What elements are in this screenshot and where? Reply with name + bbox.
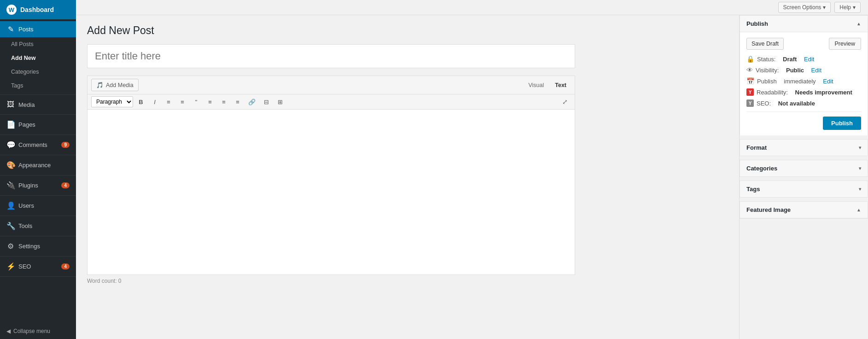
readability-row: Y Readability: Needs improvement xyxy=(746,88,861,96)
editor-toolbar: 🎵 Add Media Visual Text Paragraph xyxy=(87,76,575,109)
seo-yoast-icon: Y xyxy=(746,99,754,107)
sidebar-item-plugins[interactable]: 🔌 Plugins 4 xyxy=(0,177,76,193)
visibility-icon: 👁 xyxy=(746,66,753,74)
insert-table-button[interactable]: ⊟ xyxy=(260,97,272,107)
unordered-list-button[interactable]: ≡ xyxy=(163,97,175,107)
preview-button[interactable]: Preview xyxy=(829,38,861,50)
sidebar-item-pages[interactable]: 📄 Pages xyxy=(0,117,76,133)
publish-when-value: immediately xyxy=(784,78,816,85)
sidebar-item-media[interactable]: 🖼 Media xyxy=(0,97,76,112)
sidebar-item-all-posts[interactable]: All Posts xyxy=(0,37,76,51)
sidebar-pages-section: 📄 Pages xyxy=(0,115,76,135)
status-row: 🔒 Status: Draft Edit xyxy=(746,55,861,63)
sidebar-item-categories[interactable]: Categories xyxy=(0,65,76,79)
featured-image-metabox-header[interactable]: Featured Image ▲ xyxy=(740,202,868,218)
media-icon: 🖼 xyxy=(6,100,15,109)
plugins-badge: 4 xyxy=(61,182,70,188)
help-label: Help xyxy=(839,4,851,11)
content-area: Add New Post 🎵 Add Media Visual Text xyxy=(76,15,868,339)
publish-time-edit-link[interactable]: Edit xyxy=(823,78,833,85)
page-title: Add New Post xyxy=(87,24,728,37)
categories-label: Categories xyxy=(11,69,39,75)
tags-label: Tags xyxy=(11,82,23,89)
sidebar-item-add-new[interactable]: Add New xyxy=(0,51,76,65)
tags-metabox-header[interactable]: Tags ▾ xyxy=(740,181,868,198)
tags-metabox-title: Tags xyxy=(746,186,760,193)
sidebar-item-settings[interactable]: ⚙ Settings xyxy=(0,238,76,254)
visual-tab[interactable]: Visual xyxy=(524,80,548,90)
align-left-button[interactable]: ≡ xyxy=(204,97,216,107)
meta-spacer-2 xyxy=(740,156,868,160)
sidebar-settings-section: ⚙ Settings xyxy=(0,236,76,257)
paragraph-select[interactable]: Paragraph xyxy=(91,96,133,107)
text-tab[interactable]: Text xyxy=(550,80,571,90)
collapse-label: Collapse menu xyxy=(13,328,50,334)
bold-button[interactable]: B xyxy=(135,97,147,107)
publish-metabox-body: Save Draft Preview 🔒 Status: Draft Edit xyxy=(740,32,868,135)
sidebar-item-posts[interactable]: ✎ Posts xyxy=(0,21,76,37)
sidebar-item-tools[interactable]: 🔧 Tools xyxy=(0,218,76,234)
publish-button[interactable]: Publish xyxy=(823,117,861,130)
publish-metabox: Publish ▲ Save Draft Preview 🔒 St xyxy=(740,15,868,135)
sidebar-plugins-section: 🔌 Plugins 4 xyxy=(0,175,76,196)
visibility-value: Public xyxy=(786,67,804,74)
publish-time-label: Publish xyxy=(757,78,777,85)
sidebar-media-section: 🖼 Media xyxy=(0,95,76,115)
status-label: Status: xyxy=(757,56,775,63)
publish-time-row: 📅 Publish immediately Edit xyxy=(746,77,861,85)
seo-value: Not available xyxy=(778,100,815,107)
sidebar-item-appearance[interactable]: 🎨 Appearance xyxy=(0,157,76,173)
collapse-icon: ◀ xyxy=(6,328,11,334)
italic-button[interactable]: I xyxy=(149,97,161,107)
save-draft-label: Save Draft xyxy=(751,41,779,47)
sidebar-users-section: 👤 Users xyxy=(0,196,76,216)
publish-actions-top: Save Draft Preview xyxy=(746,38,861,50)
pages-icon: 📄 xyxy=(6,120,15,129)
save-draft-button[interactable]: Save Draft xyxy=(746,38,784,50)
publish-metabox-header[interactable]: Publish ▲ xyxy=(740,16,868,32)
plugins-label: Plugins xyxy=(18,182,38,189)
editor-area: Add New Post 🎵 Add Media Visual Text xyxy=(76,15,739,339)
help-button[interactable]: Help ▾ xyxy=(834,2,861,13)
categories-metabox-title: Categories xyxy=(746,165,777,172)
blockquote-button[interactable]: " xyxy=(190,97,202,107)
site-logo[interactable]: W Dashboard xyxy=(0,0,76,19)
sidebar-item-seo[interactable]: ⚡ SEO 4 xyxy=(0,258,76,275)
visibility-edit-link[interactable]: Edit xyxy=(811,67,821,74)
publish-metabox-title: Publish xyxy=(746,20,768,27)
align-center-button[interactable]: ≡ xyxy=(218,97,230,107)
add-media-icon: 🎵 xyxy=(96,82,104,88)
tools-icon: 🔧 xyxy=(6,222,15,230)
sidebar-item-users[interactable]: 👤 Users xyxy=(0,198,76,214)
pages-label: Pages xyxy=(18,121,35,128)
readability-label: Readability: xyxy=(757,89,788,96)
sidebar-seo-section: ⚡ SEO 4 xyxy=(0,257,76,277)
format-metabox-header[interactable]: Format ▾ xyxy=(740,140,868,156)
visibility-row: 👁 Visibility: Public Edit xyxy=(746,66,861,74)
wp-icon: W xyxy=(6,5,17,15)
view-tabs: Visual Text xyxy=(524,80,571,90)
expand-editor-button[interactable]: ⤢ xyxy=(559,96,571,107)
visibility-label: Visibility: xyxy=(756,67,779,74)
categories-metabox-header[interactable]: Categories ▾ xyxy=(740,160,868,177)
insert-grid-button[interactable]: ⊞ xyxy=(274,97,286,107)
categories-metabox: Categories ▾ xyxy=(740,160,868,177)
comments-badge: 9 xyxy=(61,142,70,148)
sidebar-posts-section: ✎ Posts All Posts Add New Categories Tag… xyxy=(0,19,76,95)
help-chevron: ▾ xyxy=(853,4,856,11)
add-media-button[interactable]: 🎵 Add Media xyxy=(91,79,139,91)
align-right-button[interactable]: ≡ xyxy=(232,97,244,107)
screen-options-button[interactable]: Screen Options ▾ xyxy=(778,2,831,13)
preview-label: Preview xyxy=(835,41,855,47)
sidebar-item-comments[interactable]: 💬 Comments 9 xyxy=(0,137,76,153)
editor-body[interactable] xyxy=(87,109,575,275)
sidebar-item-tags[interactable]: Tags xyxy=(0,79,76,93)
main-area: Screen Options ▾ Help ▾ Add New Post 🎵 A… xyxy=(76,0,868,339)
status-edit-link[interactable]: Edit xyxy=(804,56,814,63)
ordered-list-button[interactable]: ≡ xyxy=(176,97,188,107)
readability-value: Needs improvement xyxy=(795,89,852,96)
link-button[interactable]: 🔗 xyxy=(245,97,258,107)
collapse-menu-btn[interactable]: ◀ Collapse menu xyxy=(0,323,76,339)
post-title-input[interactable] xyxy=(87,44,575,68)
format-metabox: Format ▾ xyxy=(740,139,868,156)
